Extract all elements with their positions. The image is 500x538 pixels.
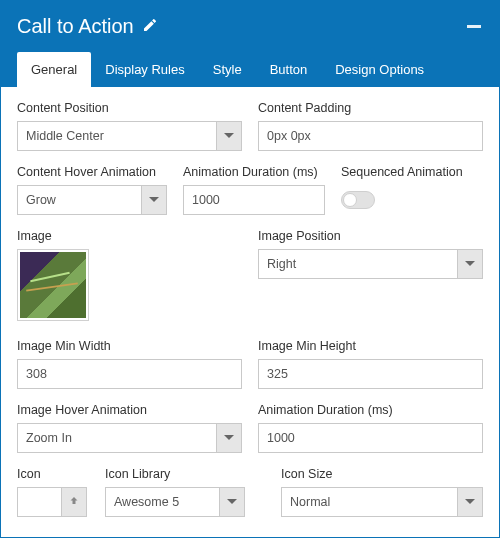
panel-body: Content Position Middle Center Content P… (1, 87, 499, 537)
content-position-dropdown-button[interactable] (216, 121, 242, 151)
field-icon: Icon (17, 467, 89, 517)
image-min-width-input[interactable] (17, 359, 242, 389)
field-icon-library: Icon Library Awesome 5 (105, 467, 245, 517)
tab-display-rules[interactable]: Display Rules (91, 52, 198, 87)
image-hover-animation-select[interactable]: Zoom In (17, 423, 242, 453)
field-sequenced-animation: Sequenced Animation (341, 165, 483, 215)
content-hover-animation-value: Grow (17, 185, 141, 215)
field-image-min-height: Image Min Height (258, 339, 483, 389)
icon-upload-button[interactable] (61, 487, 87, 517)
tab-style[interactable]: Style (199, 52, 256, 87)
image-hover-animation-value: Zoom In (17, 423, 216, 453)
arrow-up-icon (68, 493, 80, 511)
field-image-position: Image Position Right (258, 229, 483, 321)
content-padding-label: Content Padding (258, 101, 483, 115)
field-animation-duration-1: Animation Duration (ms) (183, 165, 325, 215)
field-image: Image (17, 229, 242, 321)
sequenced-animation-label: Sequenced Animation (341, 165, 483, 179)
field-content-position: Content Position Middle Center (17, 101, 242, 151)
icon-library-dropdown-button[interactable] (219, 487, 245, 517)
titlebar: Call to Action General Display Rules Sty… (1, 1, 499, 87)
icon-library-select[interactable]: Awesome 5 (105, 487, 245, 517)
icon-library-label: Icon Library (105, 467, 245, 481)
image-min-height-input[interactable] (258, 359, 483, 389)
panel-title-text: Call to Action (17, 15, 134, 38)
content-hover-animation-dropdown-button[interactable] (141, 185, 167, 215)
animation-duration-1-label: Animation Duration (ms) (183, 165, 325, 179)
edit-icon[interactable] (142, 15, 158, 38)
image-thumbnail[interactable] (17, 249, 89, 321)
icon-size-dropdown-button[interactable] (457, 487, 483, 517)
icon-library-value: Awesome 5 (105, 487, 219, 517)
icon-size-select[interactable]: Normal (281, 487, 483, 517)
image-hover-animation-label: Image Hover Animation (17, 403, 242, 417)
image-position-label: Image Position (258, 229, 483, 243)
panel-title: Call to Action (17, 15, 158, 38)
tab-general[interactable]: General (17, 52, 91, 87)
image-position-dropdown-button[interactable] (457, 249, 483, 279)
tab-button[interactable]: Button (256, 52, 322, 87)
field-content-padding: Content Padding (258, 101, 483, 151)
tabs: General Display Rules Style Button Desig… (17, 52, 483, 87)
sequenced-animation-toggle[interactable] (341, 191, 375, 209)
icon-size-label: Icon Size (281, 467, 483, 481)
field-icon-size: Icon Size Normal (281, 467, 483, 517)
icon-picker[interactable] (17, 487, 89, 517)
content-hover-animation-select[interactable]: Grow (17, 185, 167, 215)
image-preview (20, 252, 86, 318)
content-position-label: Content Position (17, 101, 242, 115)
field-image-min-width: Image Min Width (17, 339, 242, 389)
content-position-value: Middle Center (17, 121, 216, 151)
content-position-select[interactable]: Middle Center (17, 121, 242, 151)
image-position-value: Right (258, 249, 457, 279)
image-hover-animation-dropdown-button[interactable] (216, 423, 242, 453)
animation-duration-1-input[interactable] (183, 185, 325, 215)
tab-design-options[interactable]: Design Options (321, 52, 438, 87)
settings-panel: Call to Action General Display Rules Sty… (0, 0, 500, 538)
image-position-select[interactable]: Right (258, 249, 483, 279)
field-animation-duration-2: Animation Duration (ms) (258, 403, 483, 453)
icon-label: Icon (17, 467, 89, 481)
field-content-hover-animation: Content Hover Animation Grow (17, 165, 167, 215)
icon-size-value: Normal (281, 487, 457, 517)
minimize-button[interactable] (467, 25, 483, 28)
animation-duration-2-label: Animation Duration (ms) (258, 403, 483, 417)
icon-input[interactable] (17, 487, 61, 517)
content-padding-input[interactable] (258, 121, 483, 151)
field-image-hover-animation: Image Hover Animation Zoom In (17, 403, 242, 453)
image-label: Image (17, 229, 242, 243)
animation-duration-2-input[interactable] (258, 423, 483, 453)
image-min-width-label: Image Min Width (17, 339, 242, 353)
content-hover-animation-label: Content Hover Animation (17, 165, 167, 179)
image-min-height-label: Image Min Height (258, 339, 483, 353)
